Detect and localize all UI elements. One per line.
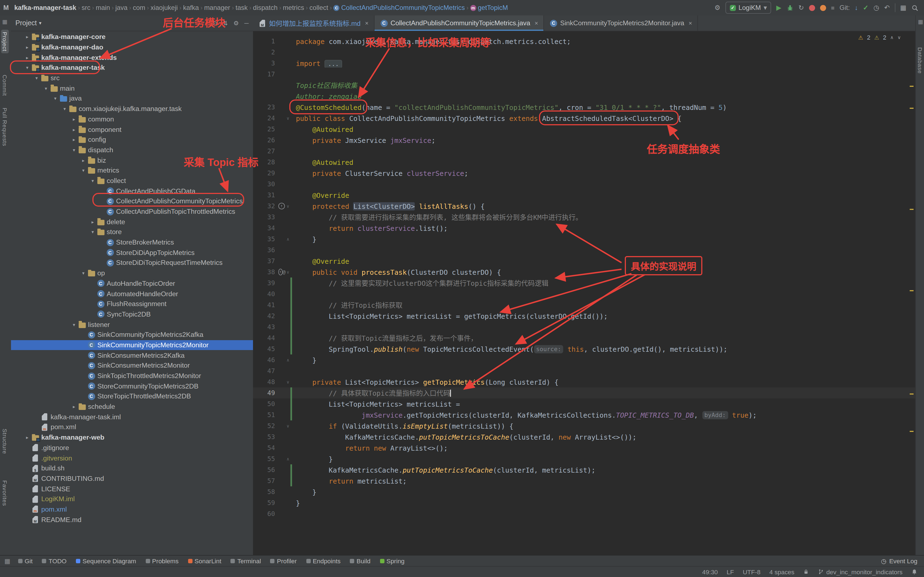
chevron-right-icon[interactable]: ▸ — [70, 404, 78, 409]
chevron-down-icon[interactable]: ▾ — [39, 20, 42, 26]
line-number[interactable]: 45 — [253, 345, 278, 353]
tree-item[interactable]: ▸schedule — [11, 402, 253, 412]
fold-marker[interactable]: ∨ — [286, 379, 291, 384]
code-line[interactable]: 36 — [253, 245, 915, 256]
line-number[interactable]: 26 — [253, 136, 278, 144]
inspections-widget[interactable]: ⚠ 2 ⚠ 2 ∧ ∨ — [858, 34, 901, 41]
chevron-down-icon[interactable]: ▾ — [52, 96, 59, 102]
tree-item[interactable]: ▸kafka-manager-core — [11, 32, 253, 42]
fold-marker[interactable]: ∨ — [286, 424, 291, 428]
event-log-button[interactable]: ◷ Event Log — [881, 557, 924, 565]
chevron-right-icon[interactable]: ▸ — [24, 45, 31, 50]
code-line[interactable]: 59} — [253, 497, 915, 508]
tool-windows-icon[interactable]: ▦ — [5, 557, 10, 565]
chevron-right-icon[interactable]: ▸ — [24, 34, 31, 40]
line-number[interactable]: 54 — [253, 444, 278, 452]
code-line[interactable]: 35∧ } — [253, 234, 915, 245]
tool-window-button-sonarlint[interactable]: SonarLint — [188, 558, 221, 564]
line-number[interactable]: 57 — [253, 477, 278, 485]
locate-icon[interactable]: ⊙ — [212, 19, 217, 27]
line-number[interactable]: 41 — [253, 301, 278, 309]
breadcrumb-method[interactable]: mgetTopicMetri — [470, 4, 509, 11]
fold-marker[interactable]: ∧ — [286, 237, 291, 242]
chevron-down-icon[interactable]: ▾ — [24, 65, 31, 71]
close-icon[interactable]: × — [688, 20, 692, 26]
vcs-history-button[interactable]: ◷ — [873, 4, 879, 11]
tree-item[interactable]: ▾listener — [11, 319, 253, 330]
tree-item[interactable]: CSyncTopic2DB — [11, 309, 253, 319]
chevron-right-icon[interactable]: ▸ — [70, 116, 78, 122]
code-line[interactable]: 28 @Autowired — [253, 156, 915, 168]
tree-item[interactable]: ▸common — [11, 114, 253, 124]
line-number[interactable]: 23 — [253, 103, 278, 111]
tree-item[interactable]: CCollectAndPublishCGData — [11, 186, 253, 196]
line-number[interactable]: 58 — [253, 488, 278, 496]
code-line[interactable]: 37 @Override — [253, 256, 915, 266]
editor-tab[interactable]: M如何增加上报监控系统指标.md× — [253, 15, 375, 31]
tree-item[interactable]: CAutomatedHandleOrder — [11, 288, 253, 299]
fold-marker[interactable]: ∨ — [286, 116, 291, 121]
prev-problem-icon[interactable]: ∧ — [890, 35, 893, 40]
code-line[interactable]: 51 jmxService.getTopicMetrics(clusterId,… — [253, 409, 915, 421]
code-line[interactable]: Author: zengqiao — [253, 91, 915, 102]
tree-item[interactable]: ▸component — [11, 124, 253, 134]
close-icon[interactable]: × — [535, 20, 538, 26]
line-number[interactable]: 59 — [253, 499, 278, 507]
tree-item[interactable]: CSinkCommunityTopicMetrics2Kafka — [11, 330, 253, 340]
breadcrumb-segment[interactable]: metrics — [283, 4, 304, 11]
code-editor[interactable]: 1package com.xiaojukeji.kafka.manager.ta… — [253, 31, 915, 555]
breadcrumb-segment[interactable]: src — [82, 4, 90, 11]
tree-item[interactable]: ▾com.xiaojukeji.kafka.manager.task — [11, 104, 253, 114]
line-number[interactable]: 28 — [253, 158, 278, 166]
line-number[interactable]: 39 — [253, 279, 278, 287]
code-line[interactable]: 52∨ if (ValidateUtils.isEmptyList(metric… — [253, 421, 915, 431]
tree-item[interactable]: ▸biz — [11, 155, 253, 165]
line-number[interactable]: 33 — [253, 213, 278, 221]
debug-button[interactable] — [786, 4, 793, 11]
chevron-right-icon[interactable]: ▸ — [70, 127, 78, 132]
tree-item[interactable]: CAutoHandleTopicOrder — [11, 278, 253, 288]
line-number[interactable]: 55 — [253, 455, 278, 463]
code-line[interactable]: 47 — [253, 366, 915, 376]
caret-position[interactable]: 49:30 — [702, 569, 718, 575]
tool-window-button-profiler[interactable]: Profiler — [270, 558, 297, 564]
profiler-action-icon[interactable] — [820, 5, 826, 11]
line-number[interactable]: 2 — [253, 48, 278, 56]
breadcrumb-segment[interactable]: manager — [204, 4, 230, 11]
fold-marker[interactable]: ∧ — [286, 358, 291, 363]
vcs-rollback-button[interactable]: ↶ — [884, 4, 890, 11]
fold-marker[interactable]: ∨ — [286, 204, 291, 208]
chevron-down-icon[interactable]: ▾ — [70, 147, 78, 153]
code-line[interactable]: 33 // 获取需要进行指标采集的集群列表, 这些集群将会被拆分到多台KM中进行… — [253, 211, 915, 222]
notifications-button[interactable] — [911, 569, 918, 575]
breadcrumb-segment[interactable]: kafka — [183, 4, 199, 11]
git-branch-widget[interactable]: dev_inc_monitor_indicators — [818, 569, 903, 575]
line-number[interactable]: 44 — [253, 334, 278, 342]
tree-item[interactable]: MREADME.md — [11, 515, 253, 525]
code-line[interactable]: 31 @Override — [253, 190, 915, 201]
tree-item[interactable]: ▾store — [11, 227, 253, 237]
code-line[interactable]: 39 // 这里需要实现对clusterDO这个集群进行Topic指标采集的代码… — [253, 277, 915, 288]
tree-item[interactable]: CCollectAndPublishTopicThrottledMetrics — [11, 206, 253, 216]
file-encoding[interactable]: UTF-8 — [743, 569, 761, 575]
tree-item[interactable]: ▸config — [11, 135, 253, 145]
line-number[interactable]: 24 — [253, 114, 278, 122]
tool-window-button-build[interactable]: Build — [350, 558, 371, 564]
tree-item[interactable]: ▾metrics — [11, 165, 253, 176]
override-marker-icon[interactable]: ↑ — [278, 269, 283, 275]
tree-item[interactable]: CStoreDiDiTopicRequestTimeMetrics — [11, 258, 253, 268]
line-number[interactable]: 30 — [253, 180, 278, 188]
tool-button-structure[interactable]: Structure — [2, 429, 8, 454]
tree-item[interactable]: $build.sh — [11, 463, 253, 474]
code-line[interactable]: 2 — [253, 47, 915, 58]
line-number[interactable]: 56 — [253, 466, 278, 474]
chevron-down-icon[interactable]: ▾ — [89, 178, 96, 184]
hide-panel-icon[interactable]: ─ — [244, 19, 249, 27]
tree-item[interactable]: ▸kafka-manager-dao — [11, 42, 253, 52]
chevron-right-icon[interactable]: ▸ — [80, 158, 87, 163]
code-line[interactable]: 41 // 进行Topic指标获取 — [253, 300, 915, 311]
tree-item[interactable]: ▸kafka-manager-extends — [11, 53, 253, 63]
editor-tab[interactable]: CCollectAndPublishCommunityTopicMetrics.… — [375, 15, 544, 31]
tree-item[interactable]: CStoreCommunityTopicMetrics2DB — [11, 381, 253, 391]
tree-item[interactable]: ▾main — [11, 83, 253, 93]
